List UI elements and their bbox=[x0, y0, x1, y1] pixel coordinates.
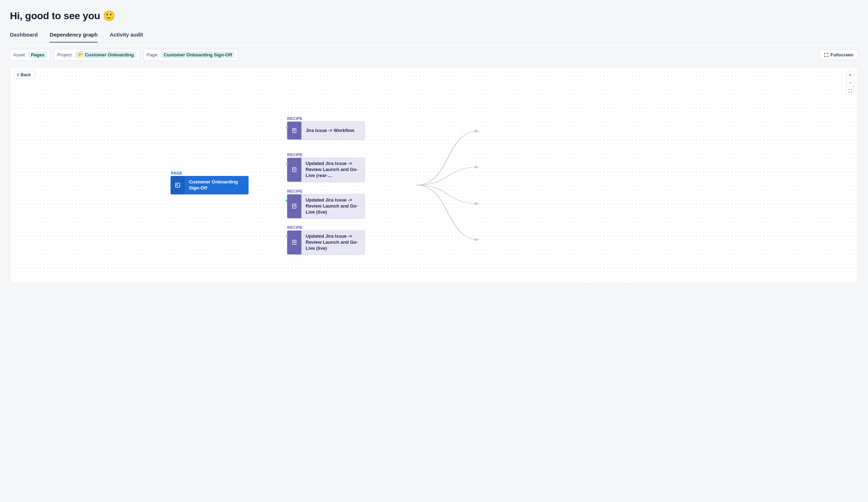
recipe-node[interactable]: Updated Jira Issue -> Review Launch and … bbox=[287, 194, 365, 219]
svg-rect-14 bbox=[293, 242, 295, 243]
graph-layer: PAGE Customer Onboarding Sign-Off RECIPE… bbox=[10, 67, 858, 283]
svg-rect-10 bbox=[293, 205, 295, 205]
filter-row: Asset: Pages Project: 📂 Customer Onboard… bbox=[10, 49, 858, 61]
recipe-icon bbox=[287, 122, 301, 139]
svg-rect-1 bbox=[177, 184, 178, 185]
filter-page[interactable]: Page: Customer Onboarding Sign-Off bbox=[143, 49, 238, 61]
filter-page-value: Customer Onboarding Sign-Off bbox=[161, 51, 235, 58]
filter-project[interactable]: Project: 📂 Customer Onboarding bbox=[54, 49, 140, 61]
status-dot bbox=[286, 199, 288, 202]
folder-icon: 📂 bbox=[78, 52, 84, 57]
graph-node-recipe-1: RECIPE Updated Jira Issue -> Review Laun… bbox=[287, 153, 365, 182]
fullscreen-label: Fullscreen bbox=[830, 52, 853, 57]
fullscreen-button[interactable]: Fullscreen bbox=[819, 50, 858, 60]
recipe-icon bbox=[287, 158, 301, 182]
svg-rect-7 bbox=[293, 169, 295, 169]
filter-asset[interactable]: Asset: Pages bbox=[10, 49, 50, 61]
filter-asset-label: Asset: bbox=[13, 52, 26, 57]
svg-rect-8 bbox=[293, 170, 295, 170]
graph-node-recipe-3: RECIPE Updated Jira Issue -> Review Laun… bbox=[287, 225, 365, 255]
status-dot bbox=[286, 127, 288, 129]
svg-rect-11 bbox=[293, 206, 295, 206]
svg-rect-13 bbox=[293, 241, 295, 242]
node-label: Updated Jira Issue -> Review Launch and … bbox=[301, 194, 365, 218]
graph-node-root: PAGE Customer Onboarding Sign-Off bbox=[171, 171, 249, 194]
page-title: Hi, good to see you 🙂 bbox=[10, 10, 858, 22]
tab-bar: Dashboard Dependency graph Activity audi… bbox=[10, 32, 858, 43]
node-label: Customer Onboarding Sign-Off bbox=[185, 176, 249, 194]
recipe-node[interactable]: Updated Jira Issue -> Review Launch and … bbox=[287, 230, 365, 255]
svg-rect-2 bbox=[177, 186, 179, 186]
status-dot bbox=[286, 236, 288, 238]
tab-dashboard[interactable]: Dashboard bbox=[10, 32, 38, 43]
node-caption: RECIPE bbox=[287, 189, 365, 193]
tab-dependency-graph[interactable]: Dependency graph bbox=[50, 32, 98, 43]
recipe-icon bbox=[287, 194, 301, 218]
node-label: Updated Jira Issue -> Review Launch and … bbox=[301, 158, 365, 182]
node-caption: PAGE bbox=[171, 171, 249, 175]
recipe-node[interactable]: Updated Jira Issue -> Review Launch and … bbox=[287, 158, 365, 182]
dependency-canvas[interactable]: Back + − PAGE bbox=[10, 67, 858, 283]
recipe-icon bbox=[287, 231, 301, 254]
fullscreen-icon bbox=[824, 53, 828, 57]
page-icon bbox=[171, 176, 185, 194]
graph-node-recipe-2: RECIPE Updated Jira Issue -> Review Laun… bbox=[287, 189, 365, 219]
node-label: Updated Jira Issue -> Review Launch and … bbox=[301, 231, 365, 254]
filter-project-value: 📂 Customer Onboarding bbox=[75, 51, 137, 58]
page-node[interactable]: Customer Onboarding Sign-Off bbox=[171, 176, 249, 194]
filter-page-label: Page: bbox=[146, 52, 158, 57]
svg-rect-5 bbox=[293, 131, 295, 131]
tab-activity-audit[interactable]: Activity audit bbox=[110, 32, 143, 43]
graph-node-recipe-0: RECIPE Jira Issue -> Workflow bbox=[287, 116, 365, 140]
svg-rect-0 bbox=[176, 183, 180, 187]
filter-asset-value: Pages bbox=[28, 51, 47, 58]
filter-project-label: Project: bbox=[57, 52, 73, 57]
node-label: Jira Issue -> Workflow bbox=[301, 122, 365, 139]
recipe-node[interactable]: Jira Issue -> Workflow bbox=[287, 121, 365, 140]
node-caption: RECIPE bbox=[287, 153, 365, 157]
filter-project-value-text: Customer Onboarding bbox=[85, 52, 134, 57]
node-caption: RECIPE bbox=[287, 116, 365, 121]
status-dot bbox=[286, 163, 288, 165]
svg-rect-4 bbox=[293, 129, 295, 130]
node-caption: RECIPE bbox=[287, 225, 365, 230]
